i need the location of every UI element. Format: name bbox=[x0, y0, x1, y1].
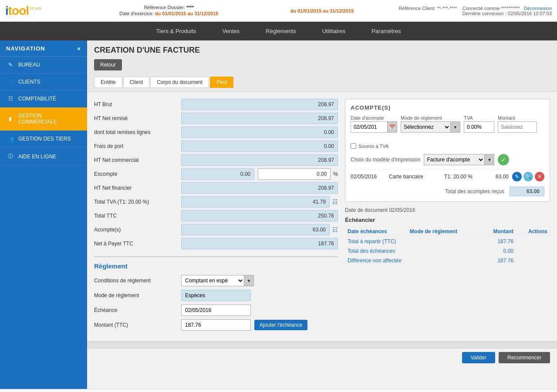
sidebar-item-clients[interactable]: 👤 CLIENTS bbox=[0, 74, 87, 90]
top-header: itool 15 ans Référence Dossier: **** Dat… bbox=[0, 0, 557, 22]
date-calendar-icon[interactable]: 📅 bbox=[388, 121, 397, 133]
model-select-arrow[interactable]: ▼ bbox=[485, 154, 494, 165]
total-ttc-label: Total TTC bbox=[94, 213, 181, 219]
content-area: HT Brut HT Net remisé dont total remises… bbox=[87, 92, 557, 341]
ht-net-financier-label: HT Net financier bbox=[94, 185, 181, 191]
total-repartir-value: 187.76 bbox=[481, 237, 516, 247]
mode-reglement-input[interactable] bbox=[181, 290, 251, 301]
frais-port-input[interactable] bbox=[181, 141, 338, 152]
tva-acompte-input[interactable] bbox=[464, 121, 494, 133]
mode-reglement-acompte-col: Mode de règlement Sélectionnez ▼ bbox=[401, 115, 460, 133]
horizontal-scrollbar[interactable] bbox=[87, 341, 557, 348]
nav-tiers-produits[interactable]: Tiers & Produits bbox=[143, 22, 209, 40]
acompte-entry-amount: 63.00 bbox=[483, 174, 509, 180]
reglement-title: Règlement bbox=[94, 262, 338, 270]
sidebar-item-clients-label: CLIENTS bbox=[18, 79, 41, 85]
date-doc-label: Date de document bbox=[345, 207, 388, 213]
total-ttc-input[interactable] bbox=[181, 210, 338, 221]
field-row-frais-port: Frais de port bbox=[94, 141, 338, 152]
acomptes-calc-icon[interactable]: ☷ bbox=[332, 226, 338, 233]
tva-acompte-col: TVA bbox=[464, 115, 494, 133]
escompte-percent-input[interactable] bbox=[258, 168, 331, 180]
chart-icon: ✎ bbox=[6, 62, 15, 68]
montant-acompte-input[interactable] bbox=[498, 121, 537, 133]
acomptes-input[interactable] bbox=[181, 224, 330, 235]
model-impression-select[interactable]: Facture d'acompte bbox=[424, 154, 485, 165]
date-exercice-label: Date d'exercice: bbox=[119, 11, 154, 16]
retour-button[interactable]: Retour bbox=[94, 59, 122, 70]
field-row-ht-net-remise: HT Net remisé bbox=[94, 113, 338, 124]
mode-select-arrow[interactable]: ▼ bbox=[451, 121, 460, 133]
conditions-select[interactable]: Comptant en espè bbox=[181, 275, 244, 286]
logo-area: itool 15 ans bbox=[5, 4, 92, 18]
montant-ttc-input[interactable] bbox=[181, 319, 251, 331]
ht-brut-input[interactable] bbox=[181, 99, 338, 110]
mode-reglement-label: Mode de règlement bbox=[94, 292, 181, 298]
sidebar-item-aide-en-ligne[interactable]: ⓘ AIDE EN LIGNE bbox=[0, 147, 87, 166]
date-doc-value: 02/05/2016 bbox=[389, 207, 415, 213]
remises-lignes-label: dont total remises lignes bbox=[94, 129, 181, 135]
page-header: CREATION D'UNE FACTURE Retour Entête Cli… bbox=[87, 40, 557, 92]
echeancier-row-total-repartir: Total à repartir (TTC) 187.76 bbox=[345, 237, 550, 247]
sidebar-collapse-btn[interactable]: « bbox=[77, 45, 81, 52]
model-select-wrap: Facture d'acompte ▼ bbox=[424, 154, 494, 165]
remises-lignes-input[interactable] bbox=[181, 127, 338, 138]
tva-calc-icon[interactable]: ☷ bbox=[332, 198, 338, 205]
logo: itool bbox=[5, 4, 29, 18]
nav-utilitaires[interactable]: Utilitaires bbox=[309, 22, 358, 40]
mode-select-wrap: Sélectionnez ▼ bbox=[401, 121, 460, 133]
total-tva-input[interactable] bbox=[181, 196, 330, 208]
soumis-tva-checkbox[interactable] bbox=[351, 143, 356, 149]
users-icon: 👤 bbox=[6, 79, 15, 85]
nav-ventes[interactable]: Ventes bbox=[209, 22, 253, 40]
ajouter-echeance-button[interactable]: Ajouter l'échéance bbox=[254, 320, 307, 330]
escompte-input[interactable] bbox=[181, 168, 254, 180]
total-echeances-value: 0.00 bbox=[481, 246, 516, 256]
field-row-net-payer: Net à Payer TTC bbox=[94, 238, 338, 249]
sidebar: NAVIGATION « ✎ BUREAU 👤 CLIENTS ☷ COMPTA… bbox=[0, 40, 87, 389]
people-icon: 👥 bbox=[6, 136, 15, 142]
sidebar-item-gestion-des-tiers[interactable]: 👥 GESTION DES TIERS bbox=[0, 131, 87, 147]
tab-entete[interactable]: Entête bbox=[94, 77, 122, 88]
ht-net-financier-input[interactable] bbox=[181, 182, 338, 194]
header-right: Référence Client: **-***-**** Connecté c… bbox=[398, 6, 552, 16]
deconnexion-link[interactable]: Déconnexion bbox=[524, 6, 552, 11]
sidebar-item-bureau[interactable]: ✎ BUREAU bbox=[0, 57, 87, 74]
tab-corps[interactable]: Corps du document bbox=[150, 77, 209, 88]
soumis-tva-col: Soumis à TVA bbox=[351, 136, 388, 149]
conditions-select-arrow[interactable]: ▼ bbox=[244, 275, 254, 286]
recommencer-button[interactable]: Recommencer bbox=[499, 352, 550, 363]
main-content: CREATION D'UNE FACTURE Retour Entête Cli… bbox=[87, 40, 557, 367]
confirm-model-button[interactable]: ✓ bbox=[498, 154, 509, 165]
search-acompte-button[interactable]: 🔍 bbox=[523, 172, 533, 181]
ht-net-remise-input[interactable] bbox=[181, 113, 338, 124]
sidebar-item-gestion-commerciale[interactable]: ▮ GESTION COMMERCIALE bbox=[0, 107, 87, 131]
echeancier-row-difference: Différence non affectée 187.76 bbox=[345, 256, 550, 265]
net-payer-input[interactable] bbox=[181, 238, 338, 249]
nav-reglements[interactable]: Règlements bbox=[253, 22, 309, 40]
edit-acompte-button[interactable]: ✎ bbox=[512, 172, 522, 181]
tva-acompte-label: TVA bbox=[464, 115, 494, 121]
delete-acompte-button[interactable]: ✕ bbox=[535, 172, 544, 181]
escompte-label: Escompte bbox=[94, 171, 181, 177]
ht-brut-label: HT Brut bbox=[94, 101, 181, 107]
acompte-box: ACOMPTE(S) Date d'acompte 📅 bbox=[345, 99, 550, 202]
tab-client[interactable]: Client bbox=[123, 77, 150, 88]
field-row-ht-net-commercial: HT Net commercial bbox=[94, 154, 338, 166]
conditions-label: Conditions de règlement bbox=[94, 278, 181, 284]
tab-pied[interactable]: Pied bbox=[210, 77, 233, 88]
nav-parametres[interactable]: Paramètres bbox=[358, 22, 414, 40]
sidebar-item-aide-en-ligne-label: AIDE EN LIGNE bbox=[18, 154, 56, 160]
acompte-entry-actions: ✎ 🔍 ✕ bbox=[512, 172, 544, 181]
echeance-input[interactable] bbox=[181, 305, 251, 316]
main-right-wrapper: CREATION D'UNE FACTURE Retour Entête Cli… bbox=[87, 40, 557, 389]
ht-net-commercial-input[interactable] bbox=[181, 154, 338, 166]
soumis-tva-text: Soumis à TVA bbox=[358, 144, 388, 149]
layout: NAVIGATION « ✎ BUREAU 👤 CLIENTS ☷ COMPTA… bbox=[0, 40, 557, 389]
echeancier-col-montant: Montant bbox=[481, 227, 516, 237]
valider-button[interactable]: Valider bbox=[462, 352, 495, 363]
mode-acompte-select[interactable]: Sélectionnez bbox=[401, 121, 451, 133]
sidebar-item-comptabilite[interactable]: ☷ COMPTABILITÉ bbox=[0, 90, 87, 107]
date-acompte-input[interactable] bbox=[351, 121, 388, 133]
echeance-row: Échéance bbox=[94, 305, 338, 316]
